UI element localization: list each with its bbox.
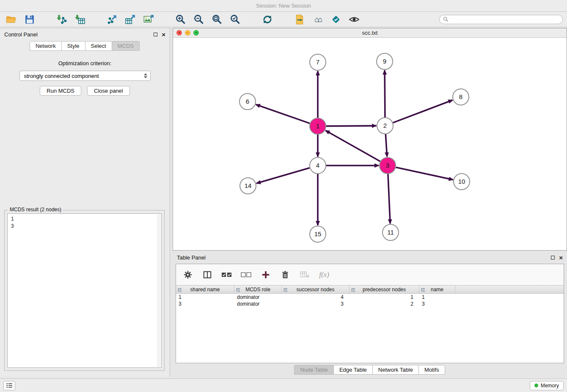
tab-select[interactable]: Select: [85, 41, 112, 51]
memory-label: Memory: [541, 383, 559, 389]
task-history-button[interactable]: [3, 381, 15, 390]
zoom-in-button[interactable]: [174, 13, 187, 26]
toggle-graphics-details-button[interactable]: [348, 13, 361, 26]
graph-node-3[interactable]: 3: [380, 157, 396, 174]
tab-edge-table[interactable]: Edge Table: [333, 365, 373, 375]
function-builder-button[interactable]: f(x): [318, 269, 330, 281]
zoom-fit-button[interactable]: [211, 13, 223, 26]
graph-edge-3-11[interactable]: [388, 174, 390, 224]
table-panel: Table Panel ×: [173, 252, 567, 377]
zoom-fit-icon: [212, 14, 223, 25]
network-canvas[interactable]: 7968124314101511: [173, 38, 567, 250]
column-header[interactable]: MCDS role: [234, 286, 282, 293]
delete-table-button[interactable]: [299, 269, 311, 281]
table-cell: 4: [282, 294, 350, 300]
close-table-panel-icon[interactable]: ×: [559, 254, 563, 261]
table-tabs: Node TableEdge TableNetwork TableMotifs: [173, 365, 567, 375]
svg-text:3: 3: [386, 162, 389, 169]
import-network-icon: [56, 14, 67, 25]
graph-node-11[interactable]: 11: [383, 224, 399, 240]
graph-edge-2-8[interactable]: [393, 100, 453, 123]
table-panel-title: Table Panel: [177, 254, 206, 261]
svg-text:8: 8: [459, 93, 462, 100]
float-panel-icon[interactable]: [154, 33, 157, 36]
home-layout-button[interactable]: ⌂⌂: [311, 13, 324, 26]
graph-node-10[interactable]: 10: [454, 174, 470, 190]
deselect-all-button[interactable]: [240, 269, 252, 281]
float-table-panel-icon[interactable]: [551, 256, 555, 259]
apply-style-button[interactable]: [330, 13, 342, 26]
delete-column-button[interactable]: [279, 269, 291, 281]
graph-edge-3-10[interactable]: [396, 167, 453, 179]
column-header[interactable]: shared name: [176, 286, 234, 293]
table-delete-icon: [300, 270, 310, 280]
gear-icon: [183, 270, 193, 279]
graph-node-2[interactable]: 2: [377, 118, 393, 134]
graph-edge-3-1[interactable]: [325, 130, 380, 161]
graph-node-15[interactable]: 15: [310, 226, 326, 242]
graph-node-1[interactable]: 1: [310, 118, 326, 134]
show-columns-button[interactable]: [201, 269, 213, 281]
memory-button[interactable]: Memory: [530, 381, 564, 390]
memory-status-icon: [534, 384, 538, 387]
graph-edge-4-14[interactable]: [256, 168, 310, 184]
save-session-button[interactable]: [23, 13, 36, 26]
table-mode-button[interactable]: [182, 269, 194, 281]
svg-text:9: 9: [383, 58, 386, 65]
open-session-button[interactable]: [5, 13, 18, 26]
table-cell: 1: [176, 294, 234, 300]
result-scrollbar[interactable]: [157, 214, 161, 367]
network-window-titlebar[interactable]: ✕ − + scc.txt: [173, 28, 567, 38]
mcds-result-line: 1: [11, 215, 158, 223]
graph-edge-2-9[interactable]: [385, 70, 385, 117]
table-cell: dominator: [234, 301, 282, 307]
zoom-window-icon[interactable]: +: [193, 30, 199, 36]
table-cell: 3: [419, 301, 455, 307]
close-window-icon[interactable]: ✕: [176, 30, 182, 36]
table-row[interactable]: 3dominator323: [176, 301, 564, 307]
columns-icon: [203, 270, 212, 279]
first-neighbors-button[interactable]: [293, 13, 306, 26]
column-header[interactable]: predecessor nodes: [350, 286, 419, 293]
tab-mcds[interactable]: MCDS: [112, 41, 140, 51]
graph-edge-1-2[interactable]: [326, 126, 376, 126]
zoom-selected-button[interactable]: [229, 13, 242, 26]
graph-node-7[interactable]: 7: [310, 54, 326, 70]
column-header[interactable]: successor nodes: [282, 286, 350, 293]
close-panel-icon[interactable]: ×: [162, 31, 165, 38]
table-row[interactable]: 1dominator411: [176, 294, 564, 301]
tab-node-table[interactable]: Node Table: [294, 365, 334, 375]
import-network-button[interactable]: [55, 13, 68, 26]
graph-node-4[interactable]: 4: [310, 157, 326, 174]
close-panel-button[interactable]: Close panel: [87, 86, 130, 96]
refresh-view-button[interactable]: [261, 13, 274, 26]
tab-motifs[interactable]: Motifs: [418, 365, 445, 375]
network-graph[interactable]: 7968124314101511: [173, 38, 567, 250]
export-network-button[interactable]: [106, 13, 118, 26]
graph-node-8[interactable]: 8: [453, 89, 469, 105]
graph-edge-1-6[interactable]: [256, 105, 310, 124]
tab-network-table[interactable]: Network Table: [372, 365, 419, 375]
eye-icon: [349, 14, 360, 25]
zoom-out-button[interactable]: [193, 13, 205, 26]
select-all-button[interactable]: [221, 269, 233, 281]
svg-text:15: 15: [314, 230, 322, 237]
search-input[interactable]: [451, 16, 559, 23]
search-box[interactable]: [439, 15, 563, 24]
graph-node-9[interactable]: 9: [377, 53, 393, 69]
graph-node-14[interactable]: 14: [240, 178, 256, 194]
export-table-button[interactable]: [124, 13, 137, 26]
minimize-window-icon[interactable]: −: [185, 30, 190, 36]
graph-edge-2-3[interactable]: [385, 134, 387, 157]
graph-node-6[interactable]: 6: [239, 94, 256, 110]
import-table-button[interactable]: [74, 13, 86, 26]
run-mcds-button[interactable]: Run MCDS: [40, 86, 81, 96]
tab-network[interactable]: Network: [30, 41, 62, 51]
criterion-select[interactable]: strongly connected component: [19, 71, 151, 81]
tab-style[interactable]: Style: [61, 41, 85, 51]
mcds-result-box[interactable]: 13: [7, 213, 162, 368]
export-image-button[interactable]: [142, 13, 155, 26]
add-column-button[interactable]: [260, 269, 272, 281]
column-header[interactable]: name: [419, 286, 455, 293]
window-titlebar: Session: New Session: [0, 0, 567, 12]
